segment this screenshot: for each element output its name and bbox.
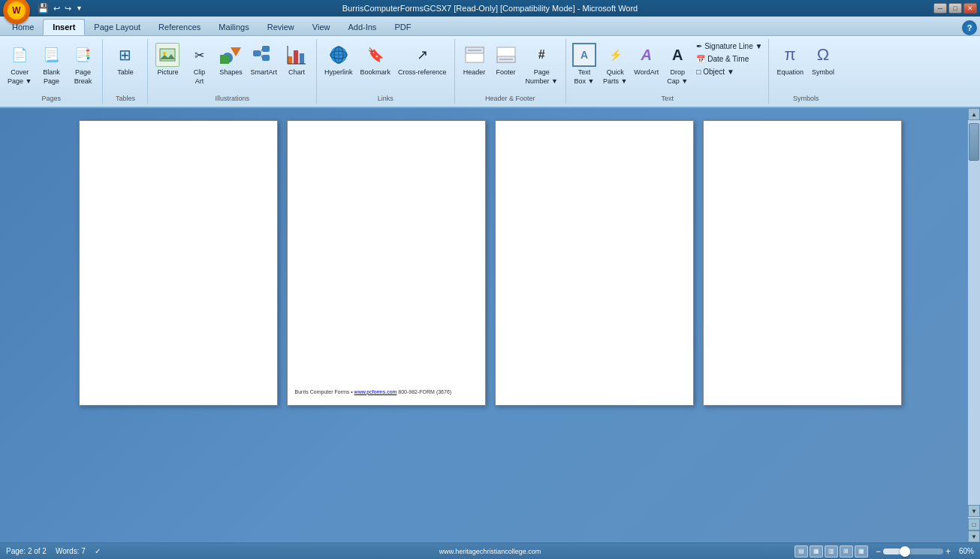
save-icon[interactable]: 💾	[38, 3, 49, 14]
document-page-1	[79, 120, 278, 406]
bookmark-button[interactable]: 🔖 Bookmark	[357, 41, 394, 78]
view-fullscreen-button[interactable]: ▦	[810, 545, 823, 557]
zoom-slider[interactable]	[883, 548, 943, 554]
view-print-button[interactable]: ▤	[795, 545, 808, 557]
zoom-level[interactable]: 60%	[953, 547, 974, 555]
window-controls: ─ □ ✕	[933, 3, 977, 14]
picture-button[interactable]: Picture	[152, 41, 182, 78]
text-box-button[interactable]: A TextBox ▼	[569, 41, 599, 87]
undo-icon[interactable]: ↩	[53, 4, 60, 14]
tab-mailings[interactable]: Mailings	[210, 19, 258, 35]
smartart-button[interactable]: SmartArt	[247, 41, 280, 78]
pages-container: Burris Computer Forms • www.pcforms.com …	[79, 120, 902, 406]
document-page-4	[703, 120, 902, 406]
quick-parts-button[interactable]: ⚡ QuickParts ▼	[600, 41, 630, 87]
symbol-button[interactable]: Ω Symbol	[808, 41, 838, 78]
page-footer-text: Burris Computer Forms • www.pcforms.com …	[295, 388, 452, 397]
document-area: ▲ ▼ □ ▼ Burris Computer Forms • www.pcfo…	[0, 108, 980, 542]
svg-rect-4	[220, 55, 229, 64]
svg-line-8	[261, 49, 262, 53]
ribbon-group-symbols: π Equation Ω Symbol Symbols	[769, 39, 843, 104]
footer-button[interactable]: Footer	[491, 41, 521, 78]
svg-rect-11	[294, 50, 298, 64]
zoom-out-button[interactable]: −	[876, 546, 881, 557]
scroll-down-button[interactable]: ▼	[968, 505, 980, 517]
ribbon-group-illustrations: Picture ✂ ClipArt Shapes SmartArt	[148, 39, 317, 104]
maximize-button[interactable]: □	[948, 3, 962, 14]
hyperlink-button[interactable]: Hyperlink	[321, 41, 356, 78]
header-button[interactable]: Header	[460, 41, 490, 78]
scroll-resize-2[interactable]: ▼	[968, 530, 980, 542]
status-bar: Page: 2 of 2 Words: 7 ✓ www.heritagechri…	[0, 542, 980, 559]
help-icon[interactable]: ?	[962, 20, 977, 35]
page-number-button[interactable]: # PageNumber ▼	[523, 41, 561, 87]
date-time-button[interactable]: 📅 Date & Time	[693, 53, 765, 65]
tab-review[interactable]: Review	[258, 19, 303, 35]
scroll-up-button[interactable]: ▲	[968, 108, 980, 120]
view-outline-button[interactable]: ⊞	[840, 545, 853, 557]
header-footer-group-label: Header & Footer	[455, 95, 565, 102]
signature-line-button[interactable]: ✒ Signature Line ▼	[693, 41, 765, 52]
title-bar: 💾 ↩ ↪ ▼ BurrisComputerFormsGCSX7 [Read-O…	[0, 0, 980, 17]
blank-page-button[interactable]: 📃 BlankPage	[36, 41, 66, 87]
cross-reference-button[interactable]: ↗ Cross-reference	[395, 41, 450, 78]
symbols-group-label: Symbols	[769, 95, 843, 102]
clip-art-button[interactable]: ✂ ClipArt	[184, 41, 214, 87]
svg-rect-7	[262, 55, 270, 61]
status-left: Page: 2 of 2 Words: 7 ✓ www.heritagechri…	[6, 547, 101, 555]
cover-page-button[interactable]: 📄 CoverPage ▼	[5, 41, 35, 87]
tab-page-layout[interactable]: Page Layout	[85, 19, 149, 35]
table-button[interactable]: ⊞ Table	[110, 41, 140, 78]
spell-check-icon[interactable]: ✓	[95, 547, 101, 555]
minimize-button[interactable]: ─	[933, 3, 947, 14]
scrollbar-vertical[interactable]: ▲ ▼ □ ▼	[968, 108, 980, 542]
zoom-in-button[interactable]: +	[945, 546, 951, 557]
object-button[interactable]: □ Object ▼	[693, 66, 765, 77]
view-buttons: ▤ ▦ ▥ ⊞ ▦	[795, 545, 868, 557]
svg-rect-10	[288, 56, 292, 64]
status-right: ▤ ▦ ▥ ⊞ ▦ − + 60%	[795, 545, 974, 557]
ribbon-group-links: Hyperlink 🔖 Bookmark ↗ Cross-reference L…	[317, 39, 455, 104]
ribbon-tabs: Home Insert Page Layout References Maili…	[0, 17, 980, 36]
svg-rect-5	[253, 50, 261, 56]
view-draft-button[interactable]: ▦	[855, 545, 868, 557]
equation-button[interactable]: π Equation	[773, 41, 807, 78]
website-text: www.heritagechristiancollege.com	[439, 548, 541, 555]
quick-access-bar: 💾 ↩ ↪ ▼	[38, 3, 83, 14]
page-indicator: Page: 2 of 2	[6, 547, 47, 555]
close-button[interactable]: ✕	[963, 3, 977, 14]
page-break-button[interactable]: 📑 PageBreak	[68, 41, 98, 87]
svg-rect-6	[262, 46, 270, 52]
document-page-2: Burris Computer Forms • www.pcforms.com …	[287, 120, 486, 406]
zoom-controls: − + 60%	[876, 546, 974, 557]
redo-icon[interactable]: ↪	[65, 4, 71, 14]
wordart-button[interactable]: A WordArt	[631, 41, 662, 78]
pages-group-label: Pages	[0, 95, 102, 102]
svg-point-1	[163, 52, 166, 55]
tab-add-ins[interactable]: Add-Ins	[339, 19, 385, 35]
ribbon-group-header-footer: Header Footer # PageNumber ▼ Header & Fo…	[455, 39, 566, 104]
drop-cap-button[interactable]: A DropCap ▼	[662, 41, 692, 87]
tab-references[interactable]: References	[149, 19, 210, 35]
text-group-label: Text	[566, 95, 768, 102]
document-page-3	[495, 120, 694, 406]
scroll-thumb[interactable]	[969, 123, 979, 161]
svg-rect-12	[300, 53, 304, 64]
title-text: BurrisComputerFormsGCSX7 [Read-Only] [Co…	[0, 4, 980, 13]
view-web-button[interactable]: ▥	[825, 545, 838, 557]
tab-insert[interactable]: Insert	[43, 19, 85, 35]
svg-line-9	[261, 53, 262, 58]
ribbon: 📄 CoverPage ▼ 📃 BlankPage 📑 PageBreak Pa…	[0, 36, 980, 108]
illustrations-group-label: Illustrations	[148, 95, 316, 102]
ribbon-group-pages: 📄 CoverPage ▼ 📃 BlankPage 📑 PageBreak Pa…	[0, 39, 103, 104]
shapes-button[interactable]: Shapes	[216, 41, 246, 78]
ribbon-group-text: A TextBox ▼ ⚡ QuickParts ▼ A WordArt A D…	[566, 39, 769, 104]
links-group-label: Links	[317, 95, 454, 102]
qa-dropdown-icon[interactable]: ▼	[76, 5, 83, 12]
tab-pdf[interactable]: PDF	[385, 19, 420, 35]
scroll-resize-1[interactable]: □	[968, 518, 980, 530]
svg-marker-3	[231, 47, 241, 56]
ribbon-group-tables: ⊞ Table Tables	[103, 39, 148, 104]
tab-view[interactable]: View	[303, 19, 339, 35]
chart-button[interactable]: Chart	[282, 41, 312, 78]
